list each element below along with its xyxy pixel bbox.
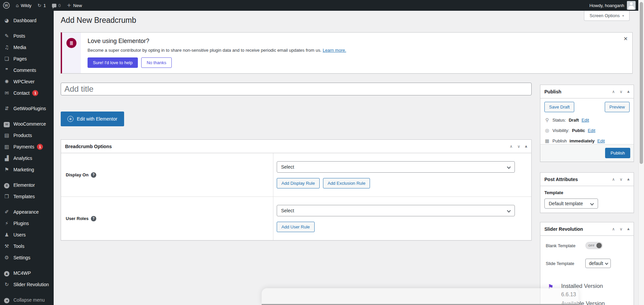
sidebar-item-dashboard[interactable]: ◕ Dashboard — [0, 15, 54, 26]
updates-menu[interactable]: ↻ 1 — [35, 0, 49, 11]
user-roles-select[interactable]: Select — [277, 205, 515, 216]
edit-with-elementor-button[interactable]: ≣ Edit with Elementor — [61, 112, 124, 126]
user-avatar[interactable] — [627, 1, 636, 10]
sidebar-item-posts[interactable]: ✎ Posts — [0, 30, 54, 42]
sidebar-item-contact[interactable]: ✉ Contact 1 — [0, 87, 54, 99]
howdy-account-menu[interactable]: Howdy, hoanganh — [589, 3, 624, 8]
sidebar-item-label: Slider Revolution — [13, 282, 49, 287]
sidebar-item-users[interactable]: ♟ Users — [0, 229, 54, 241]
comments-menu[interactable]: 0 — [49, 0, 64, 11]
move-down-icon[interactable]: ∨ — [620, 177, 623, 181]
sidebar-item-plugins[interactable]: ⚡ Plugins — [0, 218, 54, 229]
sidebar-item-settings[interactable]: ⚙ Settings — [0, 252, 54, 263]
sidebar-item-label: Settings — [13, 255, 31, 260]
content-area: Screen Options ▾ Add New Breadcrumb ≣ Lo… — [54, 11, 638, 305]
sidebar-item-templates[interactable]: ❒ Templates — [0, 191, 54, 202]
move-up-icon[interactable]: ∧ — [612, 90, 615, 94]
edit-visibility-link[interactable]: Edit — [588, 128, 595, 133]
sidebar-item-comments[interactable]: ❞ Comments — [0, 64, 54, 76]
admin-bar: W ⌂ Wildy ↻ 1 0 + New Howdy, hoanganh — [0, 0, 638, 11]
sidebar-item-media[interactable]: ♫ Media — [0, 42, 54, 53]
site-menu[interactable]: ⌂ Wildy — [13, 0, 35, 11]
blank-template-label: Blank Template — [546, 243, 585, 248]
edit-status-link[interactable]: Edit — [582, 118, 589, 123]
users-icon: ♟ — [3, 232, 10, 238]
collapse-menu-button[interactable]: ◀ Collapse menu — [0, 294, 54, 305]
edit-schedule-link[interactable]: Edit — [597, 138, 605, 143]
sidebar-item-label: MC4WP — [13, 270, 31, 276]
help-icon[interactable]: ? — [91, 172, 96, 178]
toggle-panel-icon[interactable]: ▲ — [627, 227, 630, 230]
sidebar-item-products[interactable]: ▤ Products — [0, 130, 54, 141]
display-on-label: Display On — [66, 172, 89, 177]
sidebar-item-wpclever[interactable]: ✺ WPClever — [0, 76, 54, 87]
help-icon[interactable]: ? — [91, 216, 96, 221]
templates-folder-icon: ❒ — [3, 193, 10, 200]
toggle-knob — [596, 243, 602, 248]
new-content-menu[interactable]: + New — [64, 0, 85, 11]
sidebar-item-slider-revolution[interactable]: ↻ Slider Revolution — [0, 279, 54, 290]
sidebar-item-appearance[interactable]: ✐ Appearance — [0, 206, 54, 218]
post-attributes-header[interactable]: Post Attributes ∧ ∨ ▲ — [540, 173, 634, 186]
toggle-panel-icon[interactable]: ▲ — [627, 178, 630, 181]
comments-bubble-icon — [52, 4, 56, 7]
user-roles-label: User Roles — [66, 216, 89, 221]
display-on-select-value: Select — [281, 164, 294, 170]
move-up-icon[interactable]: ∧ — [509, 144, 513, 148]
slide-template-select[interactable]: default — [585, 259, 611, 268]
save-draft-button[interactable]: Save Draft — [544, 102, 574, 112]
add-exclusion-rule-button[interactable]: Add Exclusion Rule — [323, 178, 370, 188]
post-title-input[interactable] — [61, 83, 532, 95]
sidebar-item-analytics[interactable]: ▟ Analytics — [0, 152, 54, 164]
move-down-icon[interactable]: ∨ — [620, 227, 623, 231]
scrollbar-track[interactable] — [638, 0, 644, 305]
select-chevron-icon — [605, 262, 608, 265]
select-chevron-icon — [507, 209, 511, 212]
learn-more-link[interactable]: Learn more. — [323, 48, 346, 53]
breadcrumb-options-header[interactable]: Breadcrumb Options ∧ ∨ ▲ — [61, 140, 531, 153]
template-label: Template — [544, 190, 630, 195]
move-up-icon[interactable]: ∧ — [612, 177, 615, 181]
add-display-rule-button[interactable]: Add Display Rule — [277, 178, 320, 188]
opt-in-button[interactable]: Sure! I'd love to help — [88, 57, 138, 68]
notice-title: Love using Elementor? — [88, 38, 346, 45]
wp-logo-menu[interactable]: W — [0, 0, 13, 11]
sidebar-item-mc4wp[interactable]: ▲ MC4WP — [0, 267, 54, 279]
sidebar-item-tools[interactable]: ⚒ Tools — [0, 241, 54, 252]
sidebar-item-woocommerce[interactable]: W WooCommerce — [0, 118, 54, 130]
publish-header[interactable]: Publish ∧ ∨ ▲ — [540, 85, 634, 98]
sidebar-item-pages[interactable]: ❏ Pages — [0, 53, 54, 64]
publish-button[interactable]: Publish — [605, 148, 630, 158]
sidebar-item-elementor[interactable]: ≣ Elementor — [0, 179, 54, 191]
sidebar-item-label: Media — [13, 45, 26, 50]
toggle-panel-icon[interactable]: ▲ — [627, 90, 630, 93]
wordpress-logo-icon: W — [3, 2, 10, 9]
notice-close-icon[interactable]: × — [624, 36, 628, 41]
toggle-panel-icon[interactable]: ▲ — [525, 145, 527, 148]
preview-button[interactable]: Preview — [605, 102, 630, 112]
move-down-icon[interactable]: ∨ — [620, 90, 623, 94]
no-thanks-button[interactable]: No thanks — [141, 57, 172, 68]
sidebar-item-marketing[interactable]: ⚑ Marketing — [0, 164, 54, 175]
move-up-icon[interactable]: ∧ — [612, 227, 615, 231]
visibility-eye-icon: ◎ — [544, 128, 550, 133]
slider-revolution-header[interactable]: Slider Revolution ∧ ∨ ▲ — [540, 222, 634, 236]
posts-icon: ✎ — [3, 33, 10, 39]
comments-icon: ❞ — [3, 67, 10, 73]
blank-template-toggle[interactable]: OFF — [585, 242, 603, 249]
select-chevron-icon — [590, 202, 594, 205]
add-user-rule-button[interactable]: Add User Rule — [277, 222, 315, 232]
metabox-title: Slider Revolution — [544, 226, 583, 232]
scrollbar-thumb[interactable] — [640, 2, 643, 164]
elementor-logo-icon: ≣ — [66, 38, 76, 48]
status-pin-icon: ⚲ — [544, 117, 550, 123]
display-on-select[interactable]: Select — [277, 161, 515, 173]
sidebar-item-getwooplugins[interactable]: ⇵ GetWooPlugins — [0, 103, 54, 114]
template-select[interactable]: Default template — [544, 199, 598, 209]
schedule-value: immediately — [570, 138, 595, 143]
sidebar-item-label: Pages — [13, 56, 27, 61]
schedule-row: ▦ Publish immediately Edit — [544, 138, 630, 143]
move-down-icon[interactable]: ∨ — [517, 144, 520, 148]
screen-options-button[interactable]: Screen Options ▾ — [584, 11, 630, 21]
sidebar-item-payments[interactable]: ▥ Payments 1 — [0, 141, 54, 152]
